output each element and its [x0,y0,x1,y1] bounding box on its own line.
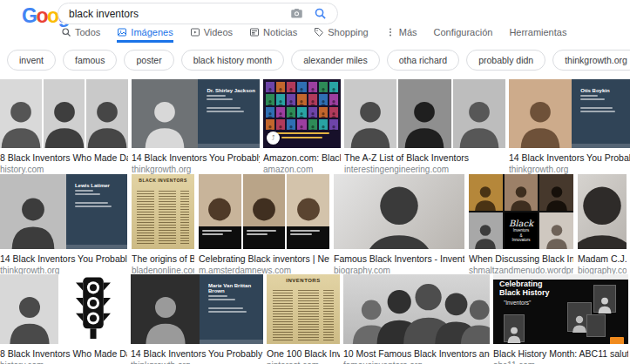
result-image[interactable]: ⤴ [263,79,341,148]
tab-imgenes[interactable]: Imágenes [117,27,173,43]
result-title[interactable]: One 100 Black Inventors not... [267,348,340,359]
result-image[interactable]: CelebratingBlack History "Inventors" [493,274,628,344]
collage-photo [539,174,573,211]
result-image[interactable]: BLACK INVENTORS [132,174,194,249]
result-tabs: TodosImágenesVideosNoticiasShoppingMásCo… [61,27,566,43]
image-result[interactable]: INVENTORS One 100 Black Inventors not...… [267,274,340,364]
chip-black-history-month[interactable]: black history month [181,50,284,71]
share-badge-icon[interactable]: ⤴ [267,131,280,145]
result-image[interactable]: Dr. Shirley Jackson [132,79,260,148]
tab-configuracin[interactable]: Configuración [434,27,493,43]
result-image[interactable]: Otis Boykin [509,79,630,148]
image-result[interactable]: Dr. Shirley Jackson 14 Black Inventors Y… [132,79,260,174]
result-title[interactable]: The origins of Black Hi... [132,253,194,264]
image-result[interactable]: The A-Z List of Black Inventorsinteresti… [344,79,505,174]
chip-probably-didn[interactable]: probably didn [466,50,545,71]
camera-icon[interactable] [290,7,303,20]
inventor-name: Dr. Shirley Jackson [207,88,260,93]
search-input[interactable]: black inventors [69,8,280,20]
portrait-photo [199,174,241,249]
inventor-photo [131,274,200,344]
result-title[interactable]: 8 Black Inventors Who Made Daily Life Ea… [0,348,127,359]
image-result[interactable]: Otis Boykin 14 Black Inventors You Proba… [509,79,630,174]
image-result[interactable]: 10 Most Famous Black Inventors and Their… [343,274,490,364]
result-image[interactable] [344,79,505,148]
tab-label: Configuración [434,27,493,37]
chip-alexander-miles[interactable]: alexander miles [291,50,380,71]
chip-otha-richard[interactable]: otha richard [387,50,459,71]
result-image[interactable]: Marie Van Brittan Brown [131,274,263,344]
inventor-name: Lewis Latimer [75,183,127,188]
image-result[interactable]: CelebratingBlack History "Inventors" Bla… [493,274,628,364]
result-title[interactable]: 10 Most Famous Black Inventors and Their… [343,348,490,359]
image-result[interactable]: ⤴Amazon.com: Black Inventors Then an...a… [263,79,341,174]
image-result[interactable]: Celebrating Black inventors | New York A… [199,174,329,275]
result-title[interactable]: Celebrating Black inventors | New York A… [199,253,329,264]
result-domain[interactable]: interestingengineering.com [344,165,505,174]
result-title[interactable]: The A-Z List of Black Inventors [344,152,505,163]
result-title[interactable]: 8 Black Inventors Who Made Daily Life Ea… [0,152,128,163]
result-image[interactable] [199,174,329,249]
chip-invent[interactable]: invent [7,50,56,71]
result-domain[interactable]: thinkgrowth.org [509,165,630,174]
tab-label: Imágenes [131,27,173,37]
logo-letter: o [47,4,58,28]
result-image[interactable]: INVENTORS [267,274,340,344]
results-row: 8 Black Inventors Who Made Daily Life Ea… [0,274,628,364]
image-result[interactable]: Famous Black Inventors - Inventions & Sc… [334,174,464,275]
result-image[interactable] [0,79,128,148]
image-result[interactable]: Madam C.J. Walkebiography.com [578,174,627,275]
image-result[interactable]: 8 Black Inventors Who Made Daily Life Ea… [0,274,127,364]
result-domain[interactable]: abc11.com [493,361,628,364]
tab-label: Herramientas [509,27,566,37]
result-image[interactable]: BlackInventors&Innovators [469,174,573,249]
info-panel: Otis Boykin [572,79,630,148]
result-title[interactable]: Amazon.com: Black Inventors Then an... [263,152,341,163]
tab-ms[interactable]: Más [385,27,417,43]
collage-photo [505,174,539,211]
result-title[interactable]: When Discussing Black Inventors ... - Sh… [469,253,573,264]
result-title[interactable]: Black History Month: ABC11 salutes notab… [493,348,628,359]
chip-poster[interactable]: poster [124,50,173,71]
result-image[interactable] [578,174,627,249]
result-title[interactable]: 14 Black Inventors You Probably Didn't K… [132,152,260,163]
result-domain[interactable]: history.com [0,361,127,364]
search-box[interactable]: black inventors [58,3,338,24]
result-domain[interactable]: thinkgrowth.org [131,361,263,364]
result-domain[interactable]: pinterest.com [267,361,340,364]
chip-famous[interactable]: famous [63,50,117,71]
tab-videos[interactable]: Videos [190,27,233,43]
result-title[interactable]: Famous Black Inventors - Inventions & Sc… [334,253,464,264]
result-title[interactable]: 14 Black Inventors You Probably Didn't K… [509,152,630,163]
result-domain[interactable]: famousinventors.org [343,361,490,364]
image-result[interactable]: Lewis Latimer 14 Black Inventors You Pro… [0,174,127,275]
image-result[interactable]: BLACK INVENTORS The origins of Black Hi.… [132,174,194,275]
search-icon [61,27,71,37]
result-image[interactable] [0,274,127,344]
image-result[interactable]: Marie Van Brittan Brown 14 Black Invento… [131,274,263,364]
result-domain[interactable]: history.com [0,165,128,174]
result-domain[interactable]: thinkgrowth.org [132,165,260,174]
tab-herramientas[interactable]: Herramientas [509,27,566,43]
portrait-photo [287,174,329,249]
result-image[interactable]: Lewis Latimer [0,174,127,249]
search-icon[interactable] [314,7,327,20]
tab-noticias[interactable]: Noticias [249,27,297,43]
result-image[interactable] [343,274,490,344]
result-title[interactable]: 14 Black Inventors You Probably Didn't K… [0,253,127,264]
info-panel: Dr. Shirley Jackson [198,79,260,148]
image-result[interactable]: 8 Black Inventors Who Made Daily Life Ea… [0,79,128,174]
image-icon [117,27,127,37]
tab-label: Más [399,27,417,37]
result-domain[interactable]: amazon.com [263,165,341,174]
tab-todos[interactable]: Todos [61,27,100,43]
chip-thinkgrowth-org[interactable]: thinkgrowth.org [552,50,630,71]
result-image[interactable] [334,174,464,249]
image-result[interactable]: BlackInventors&InnovatorsWhen Discussing… [469,174,573,275]
tab-shopping[interactable]: Shopping [314,27,369,43]
tab-label: Todos [75,27,100,37]
inventor-photo [0,274,58,344]
result-title[interactable]: 14 Black Inventors You Probably Didn't K… [131,348,263,359]
news-icon [249,27,260,37]
result-title[interactable]: Madam C.J. Walke [578,253,627,264]
